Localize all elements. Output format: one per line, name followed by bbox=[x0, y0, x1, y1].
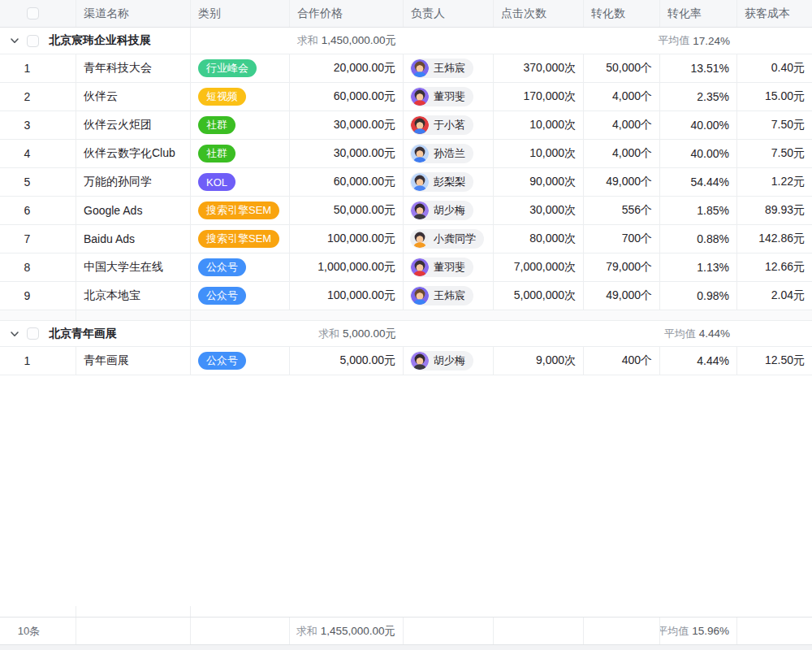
select-all-checkbox[interactable] bbox=[27, 7, 39, 20]
cell-clicks[interactable]: 370,000次 bbox=[494, 54, 584, 82]
cell-owner[interactable]: 胡少梅 bbox=[404, 347, 494, 375]
group-checkbox[interactable] bbox=[27, 327, 39, 340]
cell-owner[interactable]: 孙浩兰 bbox=[404, 140, 494, 167]
cell-conversions[interactable]: 400个 bbox=[584, 347, 660, 375]
footer-cell[interactable] bbox=[737, 618, 812, 644]
cell-clicks[interactable]: 9,000次 bbox=[494, 347, 584, 375]
cell-category[interactable]: 公众号 bbox=[191, 254, 290, 281]
cell-rate[interactable]: 13.51% bbox=[660, 54, 737, 82]
cell-price[interactable]: 30,000.00元 bbox=[290, 140, 404, 167]
cell-channel-name[interactable]: 伙伴云 bbox=[76, 83, 191, 110]
footer-avg-stat[interactable]: 平均值 15.96% bbox=[660, 618, 737, 644]
cell-channel-name[interactable]: 伙伴云数字化Club bbox=[76, 140, 191, 167]
cell-price[interactable]: 100,000.00元 bbox=[290, 282, 404, 310]
cell-owner[interactable]: 董羽斐 bbox=[404, 83, 494, 110]
cell-conversions[interactable]: 556个 bbox=[584, 197, 660, 224]
column-header-0[interactable]: 渠道名称 bbox=[76, 0, 191, 27]
group-sum-stat[interactable]: 求和1,450,000.00元 bbox=[191, 28, 404, 54]
cell-owner[interactable]: 于小茗 bbox=[404, 111, 494, 139]
cell-clicks[interactable]: 10,000次 bbox=[494, 111, 584, 139]
footer-cell[interactable] bbox=[191, 618, 290, 644]
cell-rate[interactable]: 1.13% bbox=[660, 254, 737, 281]
cell-conversions[interactable]: 4,000个 bbox=[584, 111, 660, 139]
cell-conversions[interactable]: 79,000个 bbox=[584, 254, 660, 281]
cell-rate[interactable]: 1.85% bbox=[660, 197, 737, 224]
cell-owner[interactable]: 王炜宸 bbox=[404, 54, 494, 82]
cell-category[interactable]: 社群 bbox=[191, 140, 290, 167]
cell-category[interactable]: 行业峰会 bbox=[191, 54, 290, 82]
cell-price[interactable]: 20,000.00元 bbox=[290, 54, 404, 82]
cell-conversions[interactable]: 49,000个 bbox=[584, 168, 660, 196]
cell-cost[interactable]: 2.04元 bbox=[737, 282, 812, 310]
cell-cost[interactable]: 7.50元 bbox=[737, 140, 812, 167]
footer-cell[interactable] bbox=[76, 618, 191, 644]
group-avg-stat[interactable]: 平均值4.44% bbox=[404, 321, 737, 346]
column-header-7[interactable]: 获客成本 bbox=[737, 0, 812, 27]
cell-channel-name[interactable]: 中国大学生在线 bbox=[76, 254, 191, 281]
cell-channel-name[interactable]: 青年科技大会 bbox=[76, 54, 191, 82]
cell-rate[interactable]: 40.00% bbox=[660, 111, 737, 139]
cell-category[interactable]: 公众号 bbox=[191, 282, 290, 310]
group-checkbox[interactable] bbox=[27, 35, 39, 47]
column-header-5[interactable]: 转化数 bbox=[584, 0, 660, 27]
cell-owner[interactable]: 小龚同学 bbox=[404, 225, 494, 253]
cell-price[interactable]: 5,000.00元 bbox=[290, 347, 404, 375]
footer-cell[interactable] bbox=[494, 618, 584, 644]
cell-category[interactable]: 公众号 bbox=[191, 347, 290, 375]
cell-category[interactable]: 社群 bbox=[191, 111, 290, 139]
cell-price[interactable]: 30,000.00元 bbox=[290, 111, 404, 139]
cell-cost[interactable]: 0.40元 bbox=[737, 54, 812, 82]
cell-rate[interactable]: 4.44% bbox=[660, 347, 737, 375]
cell-owner[interactable]: 彭梨梨 bbox=[404, 168, 494, 196]
column-header-1[interactable]: 类别 bbox=[191, 0, 290, 27]
cell-clicks[interactable]: 170,000次 bbox=[494, 83, 584, 110]
cell-channel-name[interactable]: 伙伴云火炬团 bbox=[76, 111, 191, 139]
cell-price[interactable]: 1,000,000.00元 bbox=[290, 254, 404, 281]
cell-channel-name[interactable]: Baidu Ads bbox=[76, 225, 191, 253]
cell-cost[interactable]: 89.93元 bbox=[737, 197, 812, 224]
cell-category[interactable]: 搜索引擎SEM bbox=[191, 197, 290, 224]
cell-cost[interactable]: 12.50元 bbox=[737, 347, 812, 375]
chevron-down-icon[interactable] bbox=[9, 328, 20, 340]
cell-channel-name[interactable]: 北京本地宝 bbox=[76, 282, 191, 310]
cell-price[interactable]: 100,000.00元 bbox=[290, 225, 404, 253]
footer-cell[interactable] bbox=[404, 618, 494, 644]
cell-cost[interactable]: 7.50元 bbox=[737, 111, 812, 139]
footer-cell[interactable] bbox=[584, 618, 660, 644]
cell-cost[interactable]: 1.22元 bbox=[737, 168, 812, 196]
cell-clicks[interactable]: 30,000次 bbox=[494, 197, 584, 224]
column-header-4[interactable]: 点击次数 bbox=[494, 0, 584, 27]
cell-conversions[interactable]: 49,000个 bbox=[584, 282, 660, 310]
column-header-3[interactable]: 负责人 bbox=[404, 0, 494, 27]
cell-category[interactable]: 搜索引擎SEM bbox=[191, 225, 290, 253]
chevron-down-icon[interactable] bbox=[9, 35, 20, 46]
cell-channel-name[interactable]: 万能的孙同学 bbox=[76, 168, 191, 196]
cell-cost[interactable]: 12.66元 bbox=[737, 254, 812, 281]
cell-rate[interactable]: 54.44% bbox=[660, 168, 737, 196]
cell-price[interactable]: 50,000.00元 bbox=[290, 197, 404, 224]
cell-channel-name[interactable]: 青年画展 bbox=[76, 347, 191, 375]
cell-conversions[interactable]: 4,000个 bbox=[584, 140, 660, 167]
cell-clicks[interactable]: 7,000,000次 bbox=[494, 254, 584, 281]
cell-clicks[interactable]: 90,000次 bbox=[494, 168, 584, 196]
cell-clicks[interactable]: 80,000次 bbox=[494, 225, 584, 253]
cell-clicks[interactable]: 10,000次 bbox=[494, 140, 584, 167]
group-sum-stat[interactable]: 求和5,000.00元 bbox=[191, 321, 404, 346]
cell-conversions[interactable]: 4,000个 bbox=[584, 83, 660, 110]
cell-owner[interactable]: 董羽斐 bbox=[404, 254, 494, 281]
cell-owner[interactable]: 王炜宸 bbox=[404, 282, 494, 310]
cell-category[interactable]: 短视频 bbox=[191, 83, 290, 110]
cell-conversions[interactable]: 50,000个 bbox=[584, 54, 660, 82]
cell-owner[interactable]: 胡少梅 bbox=[404, 197, 494, 224]
group-avg-stat[interactable]: 平均值17.24% bbox=[404, 28, 737, 54]
footer-sum-stat[interactable]: 求和 1,455,000.00元 bbox=[290, 618, 404, 644]
column-header-6[interactable]: 转化率 bbox=[660, 0, 737, 27]
cell-price[interactable]: 60,000.00元 bbox=[290, 168, 404, 196]
cell-cost[interactable]: 142.86元 bbox=[737, 225, 812, 253]
cell-clicks[interactable]: 5,000,000次 bbox=[494, 282, 584, 310]
cell-category[interactable]: KOL bbox=[191, 168, 290, 196]
column-header-2[interactable]: 合作价格 bbox=[290, 0, 404, 27]
cell-rate[interactable]: 0.88% bbox=[660, 225, 737, 253]
cell-rate[interactable]: 0.98% bbox=[660, 282, 737, 310]
cell-channel-name[interactable]: Google Ads bbox=[76, 197, 191, 224]
